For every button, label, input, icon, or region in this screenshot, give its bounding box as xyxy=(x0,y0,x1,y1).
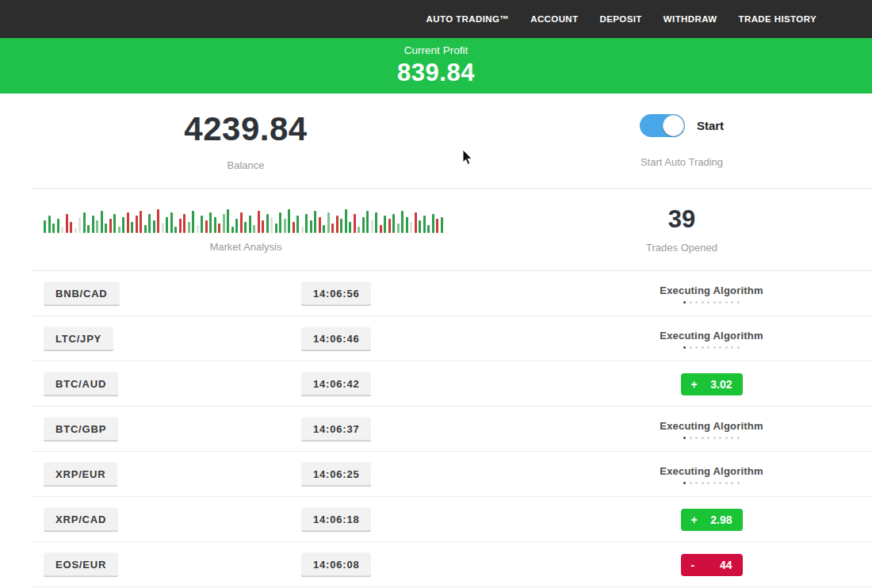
market-bar xyxy=(358,227,360,233)
market-bar xyxy=(131,222,133,233)
market-bar xyxy=(301,227,304,233)
market-bar xyxy=(288,209,290,233)
market-bar xyxy=(397,223,400,233)
pair-badge: XRP/EUR xyxy=(44,462,117,487)
market-bar xyxy=(327,212,330,233)
time-badge: 14:06:42 xyxy=(301,372,371,396)
market-bar xyxy=(148,214,151,233)
time-badge: 14:06:56 xyxy=(301,281,371,306)
executing-algorithm-label: Executing Algorithm xyxy=(660,420,763,432)
trade-status: -44 xyxy=(614,554,809,576)
top-navbar: AUTO TRADING™ACCOUNTDEPOSITWITHDRAWTRADE… xyxy=(0,0,872,38)
trades-list: BNB/CAD 14:06:56 Executing Algorithm LTC… xyxy=(0,271,872,587)
market-bar xyxy=(113,214,116,233)
market-bar xyxy=(388,219,391,233)
progress-dots xyxy=(683,482,740,484)
market-bar xyxy=(249,216,251,233)
progress-dots xyxy=(683,301,740,304)
market-bar xyxy=(118,227,120,233)
trade-row: LTC/JPY 14:06:46 Executing Algorithm xyxy=(0,316,872,361)
market-bar xyxy=(349,222,351,233)
market-analysis-label: Market Analysis xyxy=(209,241,281,253)
executing-algorithm-label: Executing Algorithm xyxy=(660,465,763,477)
trade-row: XRP/EUR 14:06:25 Executing Algorithm xyxy=(0,452,872,497)
market-bar xyxy=(380,225,382,233)
market-bar xyxy=(336,216,338,233)
market-bar xyxy=(223,214,225,233)
market-bar xyxy=(401,211,403,233)
market-bar xyxy=(205,220,208,233)
market-bar xyxy=(362,217,365,233)
market-bar xyxy=(109,219,112,233)
start-auto-trading-label: Start Auto Trading xyxy=(641,156,723,168)
toggle-start-label: Start xyxy=(697,119,724,132)
market-bar xyxy=(410,222,412,233)
toggle-knob xyxy=(663,115,684,136)
market-analysis-chart xyxy=(44,206,444,233)
market-bar xyxy=(366,211,369,233)
market-bar xyxy=(293,222,295,233)
auto-trading-toggle[interactable] xyxy=(640,114,685,137)
market-bar xyxy=(214,217,216,233)
market-bar xyxy=(96,220,98,233)
market-bar xyxy=(436,219,438,233)
market-bar xyxy=(122,217,124,233)
market-bar xyxy=(235,219,238,233)
loss-badge: -44 xyxy=(681,554,743,576)
market-bar xyxy=(319,217,321,233)
market-bar xyxy=(375,212,377,233)
market-bar xyxy=(340,219,342,233)
market-bar xyxy=(52,223,55,233)
nav-item-trade-history[interactable]: TRADE HISTORY xyxy=(739,14,817,24)
market-bar xyxy=(231,227,234,233)
market-bar xyxy=(432,214,434,233)
market-bar xyxy=(179,219,182,233)
trade-row: BNB/CAD 14:06:56 Executing Algorithm xyxy=(0,271,872,316)
market-bar xyxy=(441,217,443,233)
market-bar xyxy=(258,211,260,233)
current-profit-label: Current Profit xyxy=(404,44,468,56)
time-badge: 14:06:25 xyxy=(301,462,371,487)
progress-dots xyxy=(683,437,740,439)
market-bar xyxy=(92,216,94,233)
market-bar xyxy=(105,223,107,233)
trade-status: Executing Algorithm xyxy=(614,420,809,439)
market-bar xyxy=(415,212,417,233)
market-bar xyxy=(279,212,281,233)
market-bar xyxy=(162,223,164,233)
market-bar xyxy=(240,212,243,233)
balance-label: Balance xyxy=(228,159,265,171)
market-bar xyxy=(427,225,430,233)
nav-item-deposit[interactable]: DEPOSIT xyxy=(600,14,642,24)
market-bar xyxy=(323,225,325,233)
current-profit-value: 839.84 xyxy=(397,59,475,87)
pair-badge: LTC/JPY xyxy=(44,326,113,351)
trade-status: +2.98 xyxy=(614,509,809,531)
trade-status: Executing Algorithm xyxy=(614,330,809,349)
current-profit-banner: Current Profit 839.84 xyxy=(0,38,872,94)
market-bar xyxy=(87,225,90,233)
market-bar xyxy=(44,220,46,233)
market-bar xyxy=(197,225,199,233)
time-badge: 14:06:08 xyxy=(301,552,371,577)
market-bar xyxy=(209,212,212,233)
trade-status: Executing Algorithm xyxy=(614,465,809,484)
market-bar xyxy=(419,220,421,233)
market-bar xyxy=(310,220,312,233)
trade-status: Executing Algorithm xyxy=(614,284,809,304)
nav-item-auto-trading[interactable]: AUTO TRADING™ xyxy=(426,14,510,24)
executing-algorithm-label: Executing Algorithm xyxy=(660,330,763,342)
trade-row: EOS/EUR 14:06:08 -44 xyxy=(0,542,872,587)
market-bar xyxy=(127,212,129,233)
nav-item-withdraw[interactable]: WITHDRAW xyxy=(664,14,717,24)
market-bar xyxy=(140,211,142,233)
trade-status: +3.02 xyxy=(614,373,809,395)
pair-badge: BTC/AUD xyxy=(44,372,118,396)
nav-item-account[interactable]: ACCOUNT xyxy=(530,14,578,24)
time-badge: 14:06:46 xyxy=(301,326,371,351)
market-bar xyxy=(331,223,334,233)
market-bar xyxy=(75,228,77,233)
market-bar xyxy=(192,211,194,233)
progress-dots xyxy=(683,346,740,349)
market-bar xyxy=(227,209,229,233)
